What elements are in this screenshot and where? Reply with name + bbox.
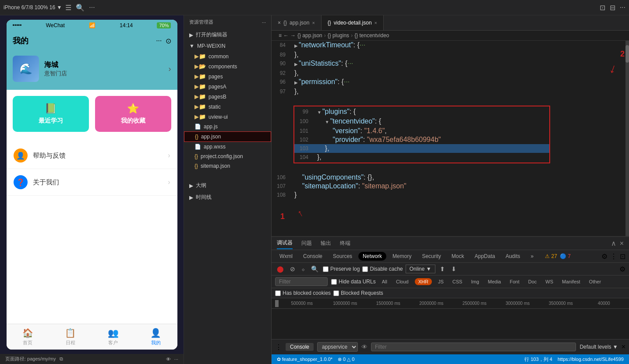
breadcrumb-forward[interactable]: → — [290, 32, 296, 39]
console-close-icon[interactable]: × — [622, 343, 625, 351]
default-levels-btn[interactable]: Default levels ▼ — [580, 344, 618, 350]
help-feedback-item[interactable]: 👤 帮助与反馈 › — [7, 142, 177, 169]
copy-icon[interactable]: ⧉ — [60, 356, 63, 362]
preserve-log-checkbox[interactable] — [323, 266, 329, 272]
tab-more[interactable]: » — [527, 252, 538, 261]
tab-audits[interactable]: Audits — [501, 252, 524, 261]
collapse-icon[interactable]: ∧ — [611, 239, 616, 247]
record-stop-btn[interactable]: ⬤ — [275, 265, 286, 273]
tab-close-icon[interactable]: × — [278, 20, 281, 26]
file-app-json[interactable]: {} app.json — [184, 131, 271, 142]
upload-btn[interactable]: ⬆ — [438, 265, 447, 273]
profile-arrow[interactable]: › — [169, 64, 171, 74]
explorer-more[interactable]: ··· — [262, 20, 266, 25]
search-icon[interactable]: 🔍 — [76, 4, 85, 12]
eye-icon[interactable]: 👁 — [166, 357, 171, 362]
has-blocked-cookies-checkbox[interactable] — [275, 290, 281, 296]
tab-mock[interactable]: Mock — [447, 252, 469, 261]
folder-common[interactable]: ▶📁 common — [184, 51, 271, 61]
breadcrumb-back[interactable]: ← — [283, 32, 289, 39]
tab-close-btn[interactable]: × — [312, 20, 314, 25]
section-mp-weixin[interactable]: ▼ MP-WEIXIN — [184, 41, 271, 51]
disable-cache-label[interactable]: Disable cache — [362, 266, 403, 272]
file-app-wxss[interactable]: 📄 app.wxss — [184, 142, 271, 152]
search-btn[interactable]: 🔍 — [309, 265, 320, 273]
filter-doc[interactable]: Doc — [526, 278, 540, 285]
tab-appdata[interactable]: AppData — [470, 252, 499, 261]
download-btn[interactable]: ⬇ — [449, 265, 458, 273]
menu-icon[interactable]: ☰ — [65, 4, 71, 12]
file-app-js[interactable]: 📄 app.js — [184, 122, 271, 131]
console-eye-icon[interactable]: 👁 — [361, 343, 368, 350]
close-panel-icon[interactable]: × — [620, 240, 624, 247]
nav-customers[interactable]: 👥 客户 — [92, 328, 135, 346]
preserve-log-label[interactable]: Preserve log — [323, 266, 360, 272]
tab-video-detail[interactable]: {} video-detail.json × — [322, 15, 384, 30]
tab-video-close-btn[interactable]: × — [375, 20, 377, 25]
settings-icon-right[interactable]: ⚙ — [619, 265, 625, 273]
phone-profile-section[interactable]: 🌊 海城 意智门店 › — [7, 52, 177, 90]
blocked-requests-checkbox[interactable] — [333, 290, 339, 296]
tab-network[interactable]: Network — [358, 252, 386, 261]
console-label[interactable]: Console — [286, 343, 314, 351]
scrollbar-thumb[interactable] — [625, 45, 629, 63]
split-icon[interactable]: ⊟ — [610, 4, 615, 12]
tab-output[interactable]: 输出 — [321, 238, 331, 249]
section-timeline[interactable]: ▶ 时间线 — [184, 191, 271, 203]
tab-sources[interactable]: Sources — [329, 252, 357, 261]
console-filter-input[interactable] — [371, 343, 576, 351]
tab-wxml[interactable]: Wxml — [275, 252, 297, 261]
more-options-icon[interactable]: ⋮ — [610, 252, 617, 261]
filter-css[interactable]: CSS — [450, 278, 465, 285]
layout-icon[interactable]: ⊡ — [600, 4, 605, 12]
my-collection-button[interactable]: ⭐ 我的收藏 — [95, 96, 171, 132]
has-blocked-cookies-label[interactable]: Has blocked cookies — [275, 290, 331, 296]
about-us-item[interactable]: ❓ 关于我们 › — [7, 169, 177, 196]
nav-mine[interactable]: 👤 我的 — [134, 328, 177, 346]
console-drag-icon[interactable]: ⋮ — [275, 343, 282, 351]
nav-home[interactable]: 🏠 首页 — [7, 328, 49, 346]
nav-schedule[interactable]: 📋 日程 — [49, 328, 92, 346]
tab-issues[interactable]: 问题 — [301, 238, 312, 249]
hide-data-urls-checkbox[interactable] — [331, 279, 337, 285]
filter-other[interactable]: Other — [587, 278, 604, 285]
file-sitemap[interactable]: {} sitemap.json — [184, 161, 271, 171]
tab-terminal[interactable]: 终端 — [340, 238, 350, 249]
more-icon[interactable]: ··· — [89, 4, 95, 11]
blocked-requests-label[interactable]: Blocked Requests — [333, 290, 383, 296]
console-service-select[interactable]: appservice — [317, 342, 358, 352]
section-open-editors[interactable]: ▶ 打开的编辑器 — [184, 29, 271, 41]
scan-icon[interactable]: ⊙ — [166, 37, 171, 45]
filter-ws[interactable]: WS — [543, 278, 556, 285]
filter-media[interactable]: Media — [485, 278, 504, 285]
filter-cloud[interactable]: Cloud — [393, 278, 411, 285]
folder-pagesA[interactable]: ▶📁 pagesA — [184, 81, 271, 92]
filter-all[interactable]: All — [379, 278, 390, 285]
online-btn[interactable]: Online ▼ — [406, 265, 435, 273]
tab-memory[interactable]: Memory — [388, 252, 416, 261]
filter-manifest[interactable]: Manifest — [559, 278, 583, 285]
filter-img[interactable]: Img — [468, 278, 481, 285]
scrollbar[interactable] — [625, 41, 629, 236]
more-dots[interactable]: ··· — [174, 357, 178, 362]
folder-components[interactable]: ▶📂 components — [184, 61, 271, 71]
hide-data-urls-label[interactable]: Hide data URLs — [331, 279, 376, 285]
filter-js[interactable]: JS — [435, 278, 446, 285]
network-filter-input[interactable] — [275, 277, 328, 286]
folder-pagesB[interactable]: ▶📁 pagesB — [184, 92, 271, 102]
filter-font[interactable]: Font — [507, 278, 522, 285]
folder-static[interactable]: ▶📁 static — [184, 102, 271, 112]
tab-console[interactable]: Console — [299, 252, 327, 261]
folder-uview-ui[interactable]: ▶📁 uview-ui — [184, 112, 271, 122]
settings-icon[interactable]: ⚙ — [601, 252, 608, 261]
tab-debugger[interactable]: 调试器 — [277, 237, 293, 249]
filter-xhr[interactable]: XHR — [415, 278, 432, 285]
ellipsis-icon[interactable]: ··· — [156, 37, 162, 45]
tab-app-json[interactable]: × {} app.json × — [272, 15, 322, 30]
recent-study-button[interactable]: 📗 最近学习 — [13, 96, 89, 132]
dock-icon[interactable]: ⊡ — [620, 252, 625, 261]
disable-cache-checkbox[interactable] — [362, 266, 368, 272]
filter-icon-btn[interactable]: ⬦ — [300, 265, 307, 273]
file-project-config[interactable]: {} project.config.json — [184, 152, 271, 161]
code-scroll[interactable]: 84 ▶"networkTimeout": {··· 89 }, 90 ▶"un… — [272, 41, 576, 236]
